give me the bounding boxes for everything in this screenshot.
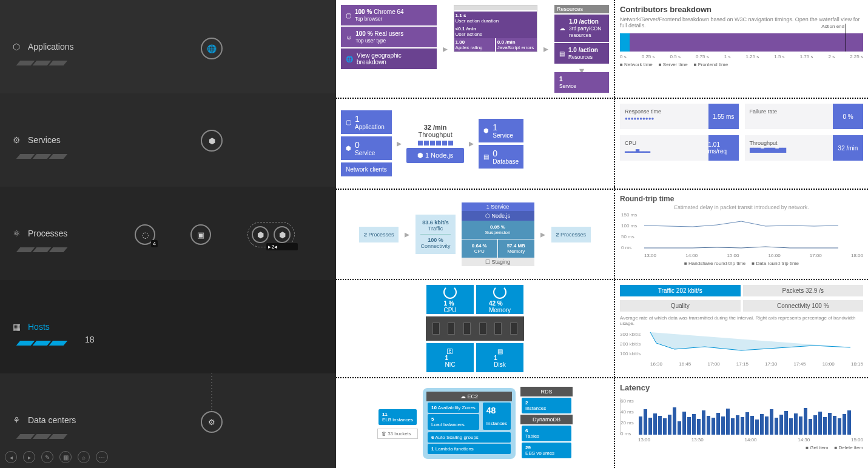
- elb-tile[interactable]: 11ELB instances: [378, 409, 417, 425]
- rtt-chart[interactable]: 150 ms 100 ms 50 ms 0 ms: [620, 210, 863, 253]
- net-tile[interactable]: Network clients: [341, 162, 392, 176]
- latency-panel: Latency 60 ms 40 ms 20 ms 0 ms 13:0013:3…: [615, 378, 868, 468]
- process-group[interactable]: ⬢ ⬢ ▸2◂: [247, 222, 295, 247]
- badge: ▸2◂: [266, 243, 298, 250]
- rtt-panel: Round-trip time Estimated delay in packe…: [615, 190, 868, 279]
- service-metrics: Response time●●●●●●●●●●1.55 ms Failure r…: [615, 99, 868, 189]
- ec2-group[interactable]: ☁ EC2 10 Availability Zones 5Load balanc…: [423, 388, 516, 459]
- svg-text:200 kbit/s: 200 kbit/s: [620, 341, 641, 347]
- badge: 4: [151, 240, 158, 247]
- node-tile[interactable]: ⬢ 1 Node.js: [406, 148, 465, 163]
- layer-hosts[interactable]: ▦Hosts 18 🐧 StagingLinux ⧉: [0, 280, 336, 373]
- resources-header: Resources: [554, 5, 609, 13]
- contributors-panel: Contributors breakdown Network/Server/Fr…: [615, 0, 868, 98]
- arrow-icon: ▸: [543, 43, 548, 55]
- layer-processes[interactable]: ⚛Processes ◌4 ▣ ⬢ ⬢ ▸2◂: [0, 187, 336, 280]
- edit-icon[interactable]: ✎: [41, 451, 53, 463]
- process-icon: ⚛: [11, 228, 22, 239]
- svc-tile[interactable]: ⬢ 0Service: [341, 136, 392, 160]
- process-node-1[interactable]: ◌4: [135, 224, 155, 245]
- browser-tile[interactable]: ▢ 100 % Chrome 64Top browser: [341, 5, 437, 25]
- layer-label: Applications: [28, 42, 74, 52]
- applications-panel: ▢ 100 % Chrome 64Top browser ☺ 100 % Rea…: [336, 0, 615, 98]
- mem-tile[interactable]: 42 %Memory: [476, 285, 523, 314]
- x-axis: 0 s0.25 s0.5 s0.75 s1 s1.25 s1.5 s1.75 s…: [620, 54, 863, 59]
- s3-tile[interactable]: 🗑 33 buckets: [377, 429, 418, 439]
- latency-chart[interactable]: 60 ms 40 ms 20 ms 0 ms: [620, 398, 863, 435]
- ddb-header[interactable]: DynamoDB: [520, 415, 573, 424]
- tab-quality[interactable]: Quality: [620, 300, 741, 312]
- panel-title: Round-trip time: [620, 195, 863, 203]
- host-icon: ▦: [11, 321, 22, 332]
- layer-label: Hosts: [28, 322, 50, 332]
- geo-link[interactable]: 🌐 View geographic breakdown: [341, 48, 437, 69]
- server-icon: [426, 316, 524, 341]
- processes-panel: 2 Processes ▸ 83.6 kbit/sTraffic100 %Con…: [336, 190, 615, 279]
- svg-text:300 kbit/s: 300 kbit/s: [620, 332, 641, 337]
- metric-cpu[interactable]: CPU▂▂▂▅▂▂▂1.01 ms/req: [620, 135, 739, 161]
- layer-label: Services: [28, 135, 61, 145]
- gear-icon: ⚙: [11, 135, 22, 145]
- legend: Network timeServer timeFrontend time: [620, 62, 863, 67]
- timeline-chart[interactable]: Action end: [620, 33, 863, 52]
- dc-node[interactable]: ⚙: [201, 411, 223, 433]
- panel-title: Latency: [620, 383, 863, 392]
- datacenter-icon: ⚘: [11, 415, 22, 426]
- fwd-icon[interactable]: ▸: [23, 451, 35, 463]
- smartscape-sidebar: ⬡Applications 🌐 ⚙Services ⬢ ⚛Processes ◌…: [0, 0, 336, 468]
- svg-text:0 ms: 0 ms: [621, 245, 631, 250]
- arrow-icon: ▸: [443, 43, 448, 55]
- process-node-2[interactable]: ▣: [190, 224, 211, 245]
- svg-text:100 ms: 100 ms: [621, 223, 637, 229]
- app-node[interactable]: 🌐: [201, 38, 223, 59]
- tab-traffic[interactable]: Traffic 202 kbit/s: [620, 285, 741, 296]
- app-tile[interactable]: ▢ 1Application: [341, 110, 392, 134]
- traffic-tile[interactable]: 83.6 kbit/sTraffic100 %Connectivity: [415, 215, 455, 254]
- layer-label: Data centers: [28, 415, 76, 425]
- service-node[interactable]: ⬢: [201, 130, 223, 152]
- svg-text:100 kbit/s: 100 kbit/s: [620, 351, 641, 356]
- host-count: 18: [85, 335, 95, 344]
- layer-services[interactable]: ⚙Services ⬢: [0, 93, 336, 187]
- grid-icon[interactable]: ▦: [59, 451, 72, 463]
- res-tile[interactable]: ☁ 1.0 /action3rd party/CDN resources: [554, 15, 609, 42]
- out-svc-tile[interactable]: ⬢ 1Service: [479, 119, 523, 142]
- panel-title: Contributors breakdown: [620, 5, 863, 14]
- toolbar: ◂ ▸ ✎ ▦ ⌕ ⋯: [5, 451, 108, 463]
- disk-tile[interactable]: ▤1Disk: [476, 343, 523, 372]
- cpu-tile[interactable]: 1 %CPU: [426, 285, 474, 314]
- process-card[interactable]: 1 Service ⬡ Node.js 0.05 %Suspension 0.6…: [462, 202, 534, 266]
- res-tile[interactable]: ▤ 1.0 /actionResources: [554, 43, 609, 64]
- out-db-tile[interactable]: ▤ 0Database: [479, 145, 523, 169]
- users-tile[interactable]: ☺ 100 % Real usersTop user type: [341, 27, 437, 47]
- svg-text:50 ms: 50 ms: [621, 234, 634, 239]
- nic-tile[interactable]: ⚿1NIC: [426, 343, 474, 372]
- hosts-panel: 1 %CPU 42 %Memory ⚿1NIC ▤1Disk: [336, 280, 615, 377]
- search-icon[interactable]: ⌕: [78, 451, 90, 463]
- hexagon-icon: ⬡: [11, 41, 22, 52]
- layer-applications[interactable]: ⬡Applications 🌐: [0, 0, 336, 93]
- svg-text:150 ms: 150 ms: [621, 212, 637, 218]
- metric-throughput[interactable]: Throughput▇▇▇▆▇▇▇▆▇▇32 /min: [745, 135, 864, 161]
- in-processes[interactable]: 2 Processes: [359, 227, 399, 242]
- metric-failure[interactable]: Failure rate0 %: [745, 104, 864, 129]
- metric-response[interactable]: Response time●●●●●●●●●●1.55 ms: [620, 104, 739, 129]
- traffic-chart[interactable]: 300 kbit/s 200 kbit/s 100 kbit/s: [620, 331, 863, 361]
- datacenter-panel: 11ELB instances 🗑 33 buckets ☁ EC2 10 Av…: [336, 378, 615, 468]
- services-panel: ▢ 1Application ⬢ 0Service Network client…: [336, 99, 615, 189]
- out-processes[interactable]: 2 Processes: [551, 227, 591, 242]
- tab-connectivity[interactable]: Connectivity 100 %: [743, 300, 864, 312]
- back-icon[interactable]: ◂: [5, 451, 17, 463]
- rds-header[interactable]: RDS: [520, 387, 573, 396]
- layer-label: Processes: [28, 229, 67, 238]
- svc-tile[interactable]: 1Service: [554, 72, 609, 93]
- more-icon[interactable]: ⋯: [96, 451, 108, 463]
- browser-frame: 1.1 sUser action duration <0.1 /minUser …: [454, 5, 537, 52]
- tab-packets[interactable]: Packets 32.9 /s: [743, 285, 864, 296]
- host-network-panel: Traffic 202 kbit/s Packets 32.9 /s Quali…: [615, 280, 868, 377]
